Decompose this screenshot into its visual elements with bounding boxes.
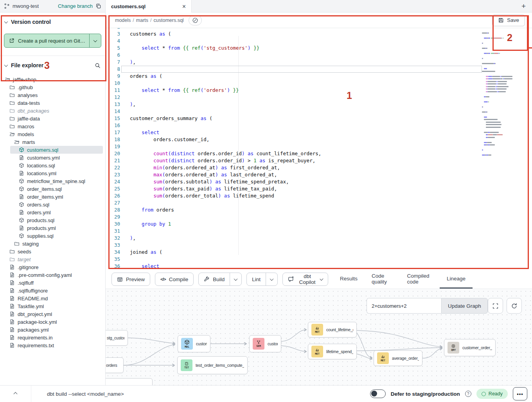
build-dropdown[interactable] bbox=[230, 273, 241, 285]
tab-customers-sql[interactable]: customers.sql × bbox=[106, 0, 192, 13]
code-editor[interactable]: 23customers as (45 select * from {{ ref(… bbox=[106, 28, 532, 270]
code-line-5[interactable]: 5 select * from {{ ref('stg_customers') … bbox=[106, 45, 482, 52]
tab-results[interactable]: Results bbox=[333, 270, 365, 289]
tree-item-dbt-packages[interactable]: dbt_packages bbox=[2, 107, 103, 115]
code-line-8[interactable]: 8 bbox=[106, 66, 482, 73]
code-line-17[interactable]: 17 select bbox=[106, 129, 482, 136]
tree-item-locations-yml[interactable]: locations.yml bbox=[2, 169, 103, 177]
code-line-21[interactable]: 21 count(distinct orders.order_id) > 1 a… bbox=[106, 157, 482, 164]
code-line-36[interactable]: 36 select bbox=[106, 263, 482, 270]
tree-item-jaffle-shop[interactable]: jaffle-shop bbox=[2, 75, 103, 83]
code-line-19[interactable]: 19 bbox=[106, 143, 482, 150]
tree-item-taskfile-yml[interactable]: Taskfile.yml bbox=[2, 302, 103, 310]
tree-item-macros[interactable]: macros bbox=[2, 122, 103, 130]
tab-code-quality[interactable]: Code quality bbox=[365, 270, 400, 289]
breadcrumb-item[interactable]: models bbox=[115, 18, 131, 23]
code-line-23[interactable]: 23 max(orders.ordered_at) as last_ordere… bbox=[106, 171, 482, 178]
change-branch-link[interactable]: Change branch bbox=[58, 3, 93, 9]
tree-item--pre-commit-config-yaml[interactable]: .pre-commit-config.yaml bbox=[2, 271, 103, 279]
tree-item-marts[interactable]: marts bbox=[2, 138, 103, 146]
refresh-button[interactable] bbox=[507, 298, 522, 314]
tree-item-metricflow-time-spine-sql[interactable]: metricflow_time_spine.sql bbox=[2, 177, 103, 185]
lineage-node-orders[interactable]: orders bbox=[106, 357, 124, 373]
lineage-node-tst[interactable]: TSTtest_order_items_compute_to_bools… bbox=[177, 356, 248, 374]
code-line-14[interactable]: 14 bbox=[106, 108, 482, 115]
code-line-7[interactable]: 7), bbox=[106, 59, 482, 66]
tree-item-orders-sql[interactable]: orders.sql bbox=[2, 201, 103, 208]
breadcrumb-item[interactable]: customers.sql bbox=[154, 18, 184, 23]
lineage-node-stg-customers[interactable]: stg_customers bbox=[106, 330, 128, 346]
tree-item-jaffle-data[interactable]: jaffle-data bbox=[2, 115, 103, 122]
code-line-12[interactable]: 12 bbox=[106, 94, 482, 101]
lineage-node-qry[interactable]: QRYcustomer_order_metrics bbox=[444, 339, 496, 356]
lineage-node-mdl-customers[interactable]: MDLcustomers bbox=[178, 335, 210, 352]
code-line-29[interactable]: 29 bbox=[106, 214, 482, 221]
command-input[interactable]: dbt build --select <model_name> bbox=[47, 391, 124, 397]
preview-button[interactable]: Preview bbox=[111, 273, 150, 286]
code-line-3[interactable]: 3customers as ( bbox=[106, 31, 482, 38]
tree-item-seeds[interactable]: seeds bbox=[2, 248, 103, 255]
lineage-node-partial[interactable] bbox=[106, 378, 153, 385]
update-graph-button[interactable]: Update Graph bbox=[441, 298, 488, 314]
tree-item-models[interactable]: models bbox=[2, 130, 103, 138]
tree-item-data-tests[interactable]: data-tests bbox=[2, 99, 103, 107]
tree-item-staging[interactable]: staging bbox=[2, 240, 103, 248]
dbt-copilot-button[interactable]: dbt Copilot bbox=[282, 273, 328, 286]
tree-item-target[interactable]: target bbox=[2, 255, 103, 263]
view-docs-button[interactable] bbox=[189, 15, 202, 25]
tree-item-package-lock-yml[interactable]: package-lock.yml bbox=[2, 318, 103, 326]
tree-item-locations-sql[interactable]: locations.sql bbox=[2, 162, 103, 169]
file-explorer-header[interactable]: File explorer bbox=[0, 56, 105, 72]
code-line-35[interactable]: 35 bbox=[106, 256, 482, 263]
tree-item-products-yml[interactable]: products.yml bbox=[2, 224, 103, 232]
tree-item-packages-yml[interactable]: packages.yml bbox=[2, 326, 103, 334]
code-line-24[interactable]: 24 sum(orders.subtotal) as lifetime_spen… bbox=[106, 178, 482, 185]
code-line-30[interactable]: 30 group by 1 bbox=[106, 221, 482, 228]
code-line-26[interactable]: 26 sum(orders.order_total) as lifetime_s… bbox=[106, 192, 482, 199]
code-line-11[interactable]: 11 select * from {{ ref('orders') }} bbox=[106, 87, 482, 94]
tree-item--sqlfluffignore[interactable]: .sqlfluffignore bbox=[2, 287, 103, 294]
lineage-node-met-count[interactable]: METcount_lifetime_orders bbox=[308, 322, 357, 337]
create-pull-request-button[interactable]: Create a pull request on Git… bbox=[4, 34, 101, 48]
command-bar-expand[interactable] bbox=[0, 386, 31, 402]
code-line-6[interactable]: 6 bbox=[106, 52, 482, 59]
search-icon[interactable] bbox=[95, 63, 101, 68]
help-icon[interactable]: ? bbox=[465, 391, 471, 397]
code-line-10[interactable]: 10 bbox=[106, 80, 482, 87]
lint-split-button[interactable]: Lint bbox=[246, 273, 278, 286]
tree-item-order-items-yml[interactable]: order_items.yml bbox=[2, 193, 103, 201]
pr-button-dropdown[interactable] bbox=[89, 34, 101, 47]
copy-icon[interactable] bbox=[95, 3, 101, 9]
code-line-28[interactable]: 28 from orders bbox=[106, 206, 482, 214]
code-line-22[interactable]: 22 min(orders.ordered_at) as first_order… bbox=[106, 164, 482, 171]
tree-item-requirements-in[interactable]: requirements.in bbox=[2, 334, 103, 341]
code-line-13[interactable]: 13), bbox=[106, 101, 482, 108]
tree-item--gitignore[interactable]: .gitignore bbox=[2, 263, 103, 271]
fullscreen-button[interactable] bbox=[488, 298, 503, 314]
more-options-button[interactable]: ••• bbox=[513, 387, 527, 400]
tree-item-customers-sql[interactable]: customers.sql bbox=[10, 146, 103, 154]
lint-dropdown[interactable] bbox=[266, 273, 277, 285]
tree-item-customers-yml[interactable]: customers.yml bbox=[2, 154, 103, 162]
defer-toggle[interactable] bbox=[370, 389, 386, 398]
code-line-27[interactable]: 27 bbox=[106, 199, 482, 206]
version-control-header[interactable]: Version control bbox=[0, 13, 105, 29]
minimap[interactable] bbox=[482, 29, 512, 156]
tree-item-supplies-sql[interactable]: supplies.sql bbox=[2, 232, 103, 240]
close-icon[interactable]: × bbox=[182, 3, 186, 10]
lineage-node-met-avg[interactable]: METaverage_order_value bbox=[374, 350, 422, 366]
tree-item-order-items-sql[interactable]: order_items.sql bbox=[2, 185, 103, 193]
code-lines[interactable]: 23customers as (45 select * from {{ ref(… bbox=[106, 28, 482, 270]
code-line-16[interactable]: 16 bbox=[106, 122, 482, 129]
tree-item-analyses[interactable]: analyses bbox=[2, 91, 103, 99]
lineage-node-met-lifetime[interactable]: METlifetime_spend_pretax bbox=[308, 344, 357, 359]
new-tab-button[interactable]: + bbox=[521, 2, 526, 10]
tree-item--sqlfluff[interactable]: .sqlfluff bbox=[2, 279, 103, 287]
code-line-18[interactable]: 18 orders.customer_id, bbox=[106, 136, 482, 143]
tree-item-orders-yml[interactable]: orders.yml bbox=[2, 208, 103, 216]
lineage-node-sem-customers[interactable]: SEMcustomers bbox=[249, 335, 281, 352]
compile-button[interactable]: </>Compile bbox=[155, 273, 194, 286]
save-button[interactable]: Save bbox=[492, 14, 525, 26]
code-line-20[interactable]: 20 count(distinct orders.order_id) as co… bbox=[106, 150, 482, 157]
lineage-panel[interactable]: stg_customersordersMDLcustomersTSTtest_o… bbox=[106, 289, 532, 385]
